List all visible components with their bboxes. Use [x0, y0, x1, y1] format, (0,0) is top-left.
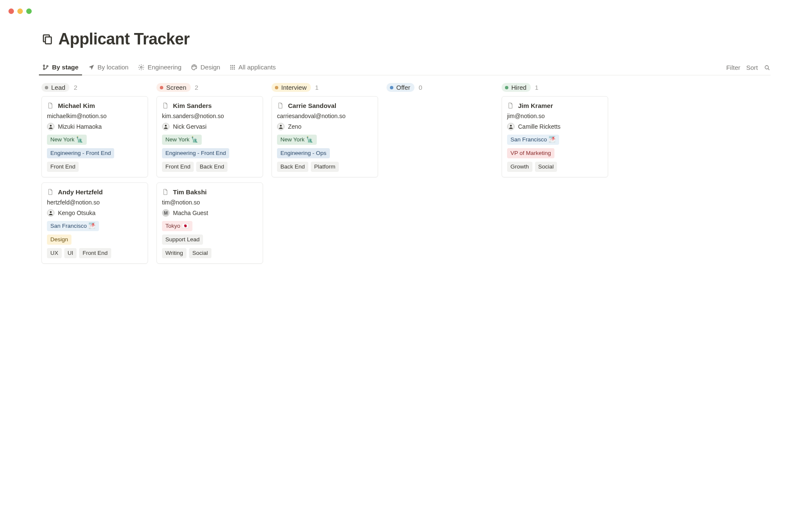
applicant-name: Andy Hertzfeld: [58, 188, 103, 196]
owner-row: MMacha Guest: [162, 209, 258, 217]
applicant-card[interactable]: Michael Kimmichaelkim@notion.soMizuki Ha…: [41, 96, 148, 177]
column-header: Interview1: [272, 83, 378, 92]
applicant-email: tim@notion.so: [162, 199, 258, 206]
minimize-window-button[interactable]: [17, 8, 23, 14]
role-tag: Support Lead: [162, 235, 203, 245]
svg-rect-17: [234, 68, 235, 69]
document-icon: [277, 102, 284, 109]
column-header: Screen2: [156, 83, 263, 92]
owner-name: Nick Gervasi: [173, 123, 206, 130]
applicant-card[interactable]: Carrie Sandovalcarriesandoval@notion.soZ…: [272, 96, 378, 177]
owner-name: Camille Ricketts: [518, 123, 560, 130]
column-badge[interactable]: Hired: [502, 83, 531, 92]
gear-icon: [138, 64, 145, 71]
skill-tag: Front End: [47, 162, 79, 172]
applicant-name: Michael Kim: [58, 102, 95, 109]
svg-rect-1: [45, 37, 51, 44]
column-interview: Interview1Carrie Sandovalcarriesandoval@…: [272, 83, 378, 182]
tab-label: By stage: [52, 64, 79, 71]
owner-row: Camille Ricketts: [507, 123, 603, 130]
skill-tag: Back End: [277, 162, 308, 172]
owner-name: Macha Guest: [173, 210, 208, 216]
svg-line-19: [768, 69, 769, 70]
column-badge[interactable]: Lead: [41, 83, 69, 92]
branch-icon: [42, 64, 49, 71]
svg-rect-12: [230, 66, 231, 67]
location-tag: San Francisco 🌁: [47, 221, 99, 231]
skill-tag: Writing: [162, 248, 187, 258]
applicant-card[interactable]: Andy Hertzfeldhertzfeld@notion.soKengo O…: [41, 182, 148, 264]
avatar: [47, 123, 55, 130]
owner-name: Kengo Otsuka: [58, 210, 96, 216]
owner-row: Kengo Otsuka: [47, 209, 143, 217]
svg-point-23: [50, 211, 52, 213]
status-dot-icon: [505, 86, 508, 89]
tab-all-applicants[interactable]: All applicants: [229, 60, 277, 75]
page-header: Applicant Tracker: [41, 30, 771, 48]
column-label: Screen: [166, 84, 187, 91]
applicant-card[interactable]: Kim Sanderskim.sanders@notion.soNick Ger…: [156, 96, 263, 177]
column-label: Offer: [396, 84, 410, 91]
applicant-name: Tim Bakshi: [173, 188, 207, 196]
filter-button[interactable]: Filter: [726, 64, 740, 71]
tab-label: All applicants: [239, 64, 276, 71]
role-tag: Design: [47, 235, 71, 245]
column-header: Hired1: [502, 83, 608, 92]
skill-tag: Growth: [507, 162, 532, 172]
tab-engineering[interactable]: Engineering: [137, 60, 182, 75]
column-badge[interactable]: Offer: [387, 83, 414, 92]
svg-rect-16: [232, 68, 233, 69]
column-badge[interactable]: Screen: [156, 83, 191, 92]
location-tag: New York 🗽: [162, 135, 202, 145]
column-header: Lead2: [41, 83, 148, 92]
role-tag: VP of Marketing: [507, 148, 554, 158]
applicant-name: Kim Sanders: [173, 102, 212, 109]
owner-row: Mizuki Hamaoka: [47, 123, 143, 130]
maximize-window-button[interactable]: [26, 8, 32, 14]
view-tabs-row: By stageBy locationEngineeringDesignAll …: [41, 60, 771, 75]
applicant-email: kim.sanders@notion.so: [162, 113, 258, 119]
skill-tag: Social: [189, 248, 211, 258]
document-icon: [162, 102, 169, 109]
skill-tag: Front End: [162, 162, 194, 172]
tab-by-location[interactable]: By location: [87, 60, 129, 75]
owner-row: Nick Gervasi: [162, 123, 258, 130]
column-count: 0: [419, 84, 422, 91]
applicant-name: Jim Kramer: [518, 102, 553, 109]
status-dot-icon: [160, 86, 163, 89]
svg-point-7: [194, 66, 194, 66]
applicant-card[interactable]: Tim Bakshitim@notion.soMMacha GuestTokyo…: [156, 182, 263, 264]
close-window-button[interactable]: [8, 8, 14, 14]
column-screen: Screen2Kim Sanderskim.sanders@notion.soN…: [156, 83, 263, 269]
status-dot-icon: [45, 86, 48, 89]
svg-point-8: [195, 66, 195, 67]
avatar: M: [162, 209, 170, 217]
column-badge[interactable]: Interview: [272, 83, 311, 92]
column-count: 2: [195, 84, 198, 91]
applicant-card[interactable]: Jim Kramerjim@notion.soCamille RickettsS…: [502, 96, 608, 177]
column-count: 2: [74, 84, 77, 91]
applicant-email: michaelkim@notion.so: [47, 113, 143, 119]
owner-row: Zeno: [277, 123, 373, 130]
document-icon: [507, 102, 514, 109]
tab-design[interactable]: Design: [190, 60, 221, 75]
svg-point-27: [280, 125, 282, 127]
skill-tag: Social: [535, 162, 557, 172]
svg-rect-13: [232, 66, 233, 67]
column-label: Interview: [281, 84, 307, 91]
owner-name: Mizuki Hamaoka: [58, 123, 102, 130]
search-button[interactable]: [764, 64, 771, 71]
status-dot-icon: [390, 86, 393, 89]
tab-by-stage[interactable]: By stage: [41, 60, 80, 75]
palette-icon: [191, 64, 198, 71]
sort-button[interactable]: Sort: [746, 64, 758, 71]
svg-point-3: [43, 68, 44, 69]
skill-tag: UX: [47, 248, 62, 258]
column-lead: Lead2Michael Kimmichaelkim@notion.soMizu…: [41, 83, 148, 269]
applicant-name: Carrie Sandoval: [288, 102, 336, 109]
role-tag: Engineering - Ops: [277, 148, 330, 158]
document-icon: [47, 102, 54, 109]
svg-rect-14: [234, 66, 235, 67]
applicant-tracker-icon: [41, 33, 53, 45]
location-tag: San Francisco 🌁: [507, 135, 559, 145]
